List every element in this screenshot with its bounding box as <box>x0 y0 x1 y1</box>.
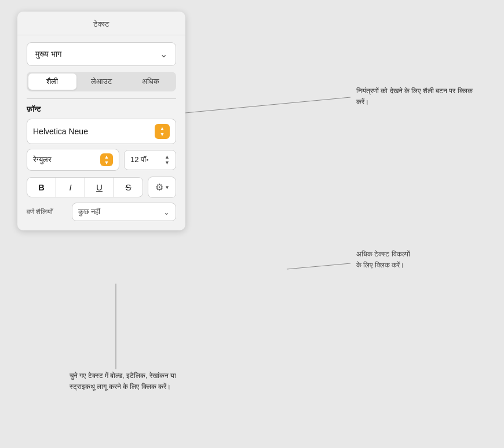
font-name-text: Helvetica Neue <box>33 127 155 136</box>
more-options-chevron: ▾ <box>166 184 169 190</box>
more-options-button[interactable]: ⚙ ▾ <box>148 177 176 198</box>
format-buttons-group: B I U S <box>27 177 143 197</box>
svg-line-1 <box>287 263 350 269</box>
font-style-text: रेग्युलर <box>33 155 52 164</box>
char-style-dropdown[interactable]: कुछ नहीं ⌄ <box>72 203 176 221</box>
strikethrough-button[interactable]: S <box>114 178 143 197</box>
font-name-row: Helvetica Neue ▲ ▼ <box>27 119 176 144</box>
font-size-box[interactable]: 12 पॉ॰ ▲ ▼ <box>124 150 176 170</box>
tab-more[interactable]: अधिक <box>126 74 174 90</box>
char-style-value: कुछ नहीं <box>78 207 100 216</box>
tab-style[interactable]: शैली <box>28 74 76 90</box>
tab-layout[interactable]: लेआउट <box>78 74 126 90</box>
annotation-style-btn: नियंत्रणों को देखने के लिए शैली बटन पर क… <box>356 86 484 108</box>
svg-line-0 <box>185 97 350 113</box>
style-section: मुख्य भाग ⌄ शैली लेआउट अधिक <box>17 35 185 91</box>
char-style-chevron: ⌄ <box>163 208 170 216</box>
gear-icon: ⚙ <box>155 182 163 193</box>
font-name-stepper[interactable]: ▲ ▼ <box>155 124 170 139</box>
paragraph-style-chevron: ⌄ <box>160 49 167 60</box>
font-stepper-arrows: ▲ ▼ <box>160 126 165 137</box>
format-row: B I U S ⚙ ▾ <box>27 177 176 198</box>
tabs-row: शैली लेआउट अधिक <box>27 72 176 91</box>
italic-button[interactable]: I <box>56 178 85 197</box>
char-style-row: वर्ण शैलियाँ कुछ नहीं ⌄ <box>27 203 176 221</box>
font-style-row: रेग्युलर ▲ ▼ 12 पॉ॰ ▲ ▼ <box>27 149 176 171</box>
annotation-format-btns: चुने गए टेक्स्ट में बोल्ड, इटैलिक, रेखां… <box>70 370 176 392</box>
divider-1 <box>27 98 176 99</box>
font-size-stepper[interactable]: ▲ ▼ <box>165 155 170 166</box>
char-style-label: वर्ण शैलियाँ <box>27 208 67 216</box>
font-section-label: फ़ॉन्ट <box>17 105 185 114</box>
underline-button[interactable]: U <box>85 178 114 197</box>
annotation-more-options: अधिक टेक्स्ट विकल्पोंके लिए क्लिक करें। <box>356 249 410 271</box>
font-style-select[interactable]: रेग्युलर ▲ ▼ <box>27 149 119 171</box>
panel-title: टेक्स्ट <box>17 12 185 35</box>
text-panel: टेक्स्ट मुख्य भाग ⌄ शैली लेआउट अधिक फ़ॉन… <box>17 12 185 230</box>
font-style-stepper-arrows: ▲ ▼ <box>104 155 109 166</box>
font-style-stepper[interactable]: ▲ ▼ <box>100 153 113 166</box>
paragraph-style-dropdown[interactable]: मुख्य भाग ⌄ <box>27 42 176 66</box>
font-size-text: 12 पॉ॰ <box>130 155 149 164</box>
bold-button[interactable]: B <box>27 178 56 197</box>
paragraph-style-label: मुख्य भाग <box>35 49 61 59</box>
